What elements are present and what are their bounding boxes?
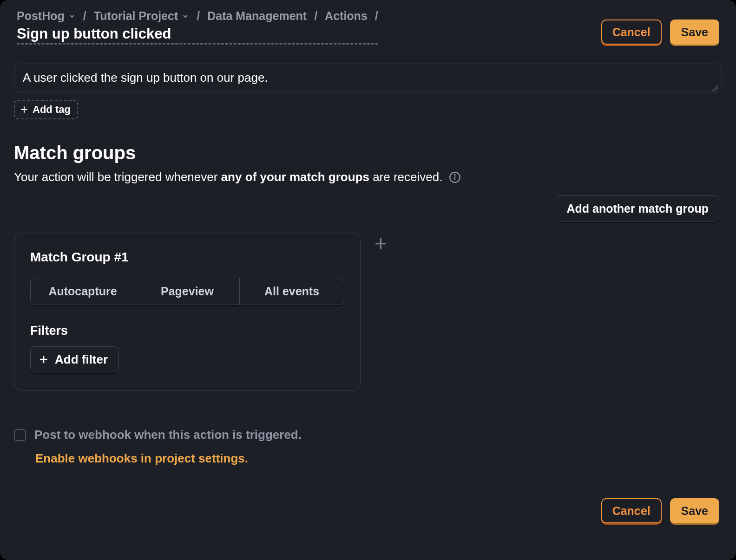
- match-groups-desc-suffix: are received.: [369, 170, 443, 184]
- save-button[interactable]: Save: [670, 20, 719, 45]
- breadcrumb-project[interactable]: Tutorial Project: [94, 9, 190, 23]
- tab-pageview[interactable]: Pageview: [135, 278, 239, 305]
- save-button-footer[interactable]: Save: [670, 498, 719, 523]
- footer-actions: Cancel Save: [14, 498, 722, 523]
- add-tag-button[interactable]: Add tag: [14, 100, 78, 119]
- breadcrumb-separator: /: [375, 9, 378, 23]
- chevron-down-icon: [68, 13, 76, 20]
- breadcrumb-separator: /: [314, 9, 317, 23]
- info-icon[interactable]: [449, 171, 461, 183]
- match-groups-row: Match Group #1 Autocapture Pageview All …: [14, 233, 722, 391]
- match-groups-title: Match groups: [14, 143, 722, 163]
- description-wrap: [14, 64, 722, 94]
- plus-icon: [20, 105, 29, 114]
- plus-icon: [38, 354, 49, 365]
- breadcrumb-org-label: PostHog: [17, 9, 65, 23]
- add-tag-label: Add tag: [33, 104, 71, 116]
- tab-autocapture[interactable]: Autocapture: [31, 278, 135, 305]
- add-filter-button[interactable]: Add filter: [30, 346, 118, 372]
- cancel-button-footer[interactable]: Cancel: [601, 498, 662, 523]
- breadcrumb-project-label: Tutorial Project: [94, 9, 178, 23]
- match-group-tabs: Autocapture Pageview All events: [30, 278, 344, 305]
- breadcrumb-separator: /: [197, 9, 200, 23]
- webhook-checkbox[interactable]: [14, 429, 26, 441]
- filters-title: Filters: [30, 324, 344, 338]
- match-groups-description: Your action will be triggered whenever a…: [14, 170, 722, 184]
- header-left: PostHog / Tutorial Project / Data Manage…: [17, 9, 378, 45]
- chevron-down-icon: [182, 13, 189, 20]
- description-input[interactable]: [14, 64, 722, 92]
- cancel-button[interactable]: Cancel: [601, 20, 662, 45]
- breadcrumb-separator: /: [83, 9, 86, 23]
- tab-all-events[interactable]: All events: [239, 278, 344, 305]
- match-group-title: Match Group #1: [30, 250, 344, 265]
- webhook-checkbox-label: Post to webhook when this action is trig…: [34, 428, 302, 442]
- breadcrumb-section[interactable]: Data Management: [207, 9, 307, 23]
- add-match-group-plus-icon[interactable]: +: [375, 233, 387, 254]
- match-groups-desc-bold: any of your match groups: [221, 170, 369, 184]
- add-match-group-row: Add another match group: [14, 195, 722, 221]
- breadcrumb-subsection[interactable]: Actions: [325, 9, 368, 23]
- svg-point-6: [455, 174, 455, 175]
- breadcrumb-org[interactable]: PostHog: [17, 9, 76, 23]
- breadcrumb: PostHog / Tutorial Project / Data Manage…: [17, 9, 378, 23]
- page-header: PostHog / Tutorial Project / Data Manage…: [0, 0, 736, 52]
- header-actions: Cancel Save: [601, 20, 719, 45]
- add-match-group-button[interactable]: Add another match group: [556, 195, 719, 221]
- page-title[interactable]: Sign up button clicked: [17, 26, 378, 45]
- match-group-card: Match Group #1 Autocapture Pageview All …: [14, 233, 361, 391]
- add-filter-label: Add filter: [55, 352, 108, 367]
- page-content: Add tag Match groups Your action will be…: [0, 52, 736, 539]
- match-groups-desc-prefix: Your action will be triggered whenever: [14, 170, 221, 184]
- enable-webhooks-link[interactable]: Enable webhooks in project settings.: [35, 451, 248, 466]
- webhook-row: Post to webhook when this action is trig…: [14, 428, 722, 442]
